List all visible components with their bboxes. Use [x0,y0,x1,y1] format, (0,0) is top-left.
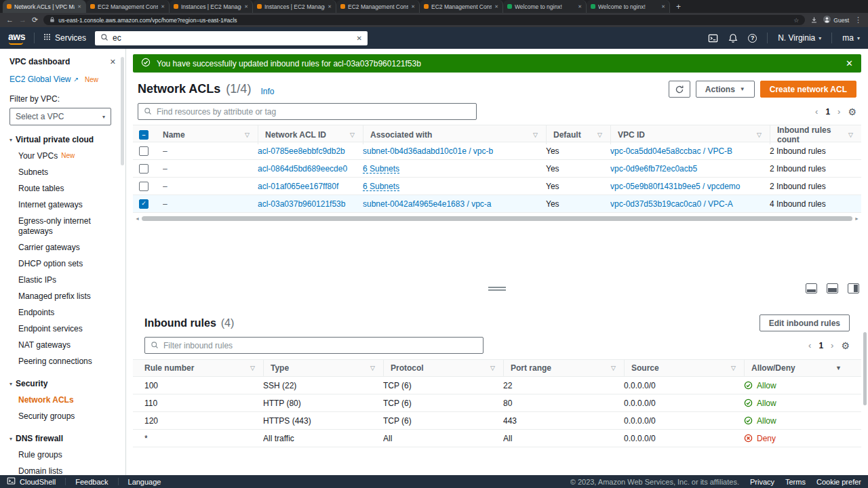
panel-bottom-icon[interactable] [806,283,817,293]
browser-tab[interactable]: EC2 Management Console✕ [336,0,420,13]
tab-close-icon[interactable]: ✕ [661,4,665,9]
browser-tab[interactable]: EC2 Management Console✕ [420,0,503,13]
sidebar-item-rule-groups[interactable]: Rule groups [9,447,119,463]
filter-funnel-icon[interactable]: ▽ [350,131,355,138]
back-button[interactable]: ← [6,16,14,24]
clear-search-icon[interactable]: ✕ [357,35,362,42]
panel-split-icon[interactable] [827,283,838,293]
column-header-type[interactable]: Type▽ [263,360,383,376]
vpc-select-dropdown[interactable]: Select a VPC ▾ [9,108,111,125]
horizontal-scrollbar[interactable]: ◄ ► [135,216,859,221]
sidebar-item-route-tables[interactable]: Route tables [9,180,119,197]
sidebar-section-virtual-private-cloud[interactable]: ▾Virtual private cloud [9,135,125,144]
tab-close-icon[interactable]: ✕ [578,4,582,9]
row-checkbox[interactable] [139,164,149,174]
next-page-icon[interactable]: › [831,340,833,350]
associated-with-link[interactable]: subnet-0b4d36adabd10c01e / vpc-b [363,146,493,156]
column-header-associated-with[interactable]: Associated with▽ [363,125,546,144]
acl-id-link[interactable]: acl-0785ee8ebbfc9db2b [258,146,345,156]
sidebar-item-internet-gateways[interactable]: Internet gateways [9,197,119,213]
create-network-acl-button[interactable]: Create network ACL [760,81,856,98]
browser-tab[interactable]: Network ACLs | VPC Manage✕ [3,0,86,13]
privacy-link[interactable]: Privacy [750,478,774,486]
info-link[interactable]: Info [260,87,274,98]
row-checkbox[interactable]: ✓ [139,199,149,209]
sidebar-item-managed-prefix-lists[interactable]: Managed prefix lists [9,288,119,304]
column-header-network-acl-id[interactable]: Network ACL ID▽ [258,125,363,144]
panel-side-icon[interactable] [848,283,859,293]
sidebar-item-dhcp-option-sets[interactable]: DHCP option sets [9,256,119,272]
edit-inbound-rules-button[interactable]: Edit inbound rules [760,314,850,331]
tab-close-icon[interactable]: ✕ [77,4,81,9]
cloudshell-footer-button[interactable]: CloudShell [7,476,56,487]
sidebar-item-domain-lists[interactable]: Domain lists [9,463,119,475]
acl-table-row[interactable]: –acl-01af065ee167ff80f6 SubnetsYesvpc-05… [133,178,861,195]
sidebar-item-carrier-gateways[interactable]: Carrier gateways [9,239,119,256]
browser-menu-icon[interactable]: ⋮ [854,16,862,24]
acl-id-link[interactable]: acl-03a037b960121f53b [258,199,345,209]
help-icon[interactable]: ? [748,34,757,43]
acl-id-link[interactable]: acl-0864d5bd689eecde0 [258,164,347,174]
current-page[interactable]: 1 [818,341,823,350]
vpc-id-link[interactable]: vpc-0ca5dd04e5a8ccbac / VPC-B [610,146,732,156]
filter-funnel-icon[interactable]: ▽ [611,365,616,371]
close-icon[interactable]: ✕ [110,58,116,66]
browser-tab[interactable]: EC2 Management Console✕ [86,0,170,13]
console-search-input[interactable] [113,33,353,43]
scrollbar-thumb[interactable] [142,216,852,221]
browser-tab[interactable]: Instances | EC2 Management Co✕ [170,0,253,13]
notifications-bell-icon[interactable] [728,33,738,43]
sidebar-scrollbar[interactable] [121,57,124,165]
column-header-inbound-rules-count[interactable]: Inbound rules count▽ [770,125,861,144]
row-checkbox[interactable] [139,146,149,156]
column-header-protocol[interactable]: Protocol▽ [383,360,503,376]
feedback-button[interactable]: Feedback [75,478,108,486]
tab-close-icon[interactable]: ✕ [244,4,248,9]
column-header-allow-deny[interactable]: Allow/Deny▼ [744,360,850,376]
services-menu[interactable]: Services [43,33,86,43]
refresh-button[interactable] [669,81,690,98]
sidebar-item-endpoints[interactable]: Endpoints [9,304,119,321]
current-page[interactable]: 1 [825,107,830,117]
row-select-cell[interactable] [133,182,163,191]
filter-funnel-icon[interactable]: ▽ [731,365,736,371]
row-select-cell[interactable] [133,146,163,156]
region-selector[interactable]: N. Virginia ▾ [778,33,821,43]
downloads-icon[interactable] [810,14,818,26]
select-all-checkbox[interactable]: – [139,130,149,140]
filter-funnel-icon[interactable]: ▽ [757,131,762,138]
next-page-icon[interactable]: › [837,106,840,117]
drag-handle[interactable] [488,287,506,291]
cloudshell-icon[interactable] [708,33,718,43]
tab-close-icon[interactable]: ✕ [328,4,332,9]
inbound-rule-row[interactable]: 100SSH (22)TCP (6)220.0.0.0/0Allow [133,377,861,394]
new-tab-button[interactable]: + [670,2,687,12]
sidebar-item-egress-only-internet-gateways[interactable]: Egress-only internet gateways [9,213,119,239]
filter-funnel-icon[interactable]: ▽ [370,365,375,371]
column-header-port-range[interactable]: Port range▽ [503,360,624,376]
filter-funnel-icon[interactable]: ▽ [490,365,495,371]
aws-logo[interactable]: aws [8,31,25,45]
sidebar-item-network-acls[interactable]: Network ACLs [9,392,119,408]
sidebar-item-nat-gateways[interactable]: NAT gateways [9,337,119,353]
row-checkbox[interactable] [139,182,149,191]
acl-filter-input[interactable] [157,107,471,117]
vpc-id-link[interactable]: vpc-0d37d53b19cac0ca0 / VPC-A [610,199,733,209]
associated-with-link[interactable]: subnet-0042af4965e4e1683 / vpc-a [363,199,492,209]
account-menu[interactable]: ma ▾ [842,33,860,43]
banner-close-icon[interactable]: ✕ [846,58,853,68]
forward-button[interactable]: → [19,16,26,24]
prev-page-icon[interactable]: ‹ [815,106,818,117]
tab-close-icon[interactable]: ✕ [494,4,498,9]
column-header-rule-number[interactable]: Rule number▽ [144,360,263,376]
sidebar-item-ec2-global-view[interactable]: EC2 Global View ↗ New [9,75,125,84]
tab-close-icon[interactable]: ✕ [411,4,415,9]
inbound-rule-row[interactable]: *All trafficAllAll0.0.0.0/0Deny [133,430,861,447]
language-button[interactable]: Language [128,478,161,486]
column-header-source[interactable]: Source▽ [624,360,744,376]
browser-tab[interactable]: Welcome to nginx!✕ [503,0,587,13]
acl-id-link[interactable]: acl-01af065ee167ff80f [258,182,338,191]
sidebar-item-subnets[interactable]: Subnets [9,164,119,180]
filter-funnel-icon[interactable]: ▽ [848,131,853,138]
acl-table-row[interactable]: –acl-0864d5bd689eecde06 SubnetsYesvpc-0d… [133,160,861,178]
